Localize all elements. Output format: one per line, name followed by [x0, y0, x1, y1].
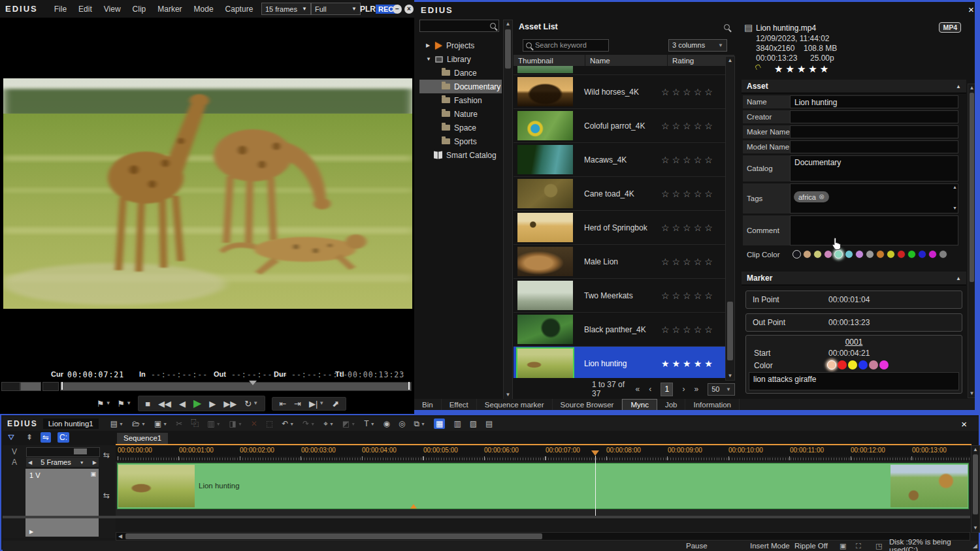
- search-icon[interactable]: [724, 24, 730, 30]
- seek-bar[interactable]: [60, 382, 412, 391]
- clip-color-swatch[interactable]: [897, 250, 906, 259]
- menu-file[interactable]: File: [48, 5, 73, 14]
- asset-row-meerkats[interactable]: Two Meerkats ☆☆☆☆☆: [514, 279, 735, 313]
- marker-card[interactable]: 0001 Start 00:00:04:21 Color lion attack…: [745, 335, 962, 394]
- asset-row-wild-horses[interactable]: Wild horses_4K ☆☆☆☆☆: [514, 75, 735, 109]
- creator-field[interactable]: [790, 110, 958, 123]
- tree-item-fashion[interactable]: Fashion: [419, 93, 502, 107]
- track-mini-scrollbar[interactable]: [26, 447, 100, 457]
- model-field[interactable]: [790, 140, 958, 153]
- current-page[interactable]: 1: [661, 383, 673, 396]
- tree-item-library[interactable]: ▼ Library: [419, 52, 502, 66]
- maker-field[interactable]: [790, 125, 958, 138]
- tab-information[interactable]: Information: [685, 399, 740, 410]
- shuttle-handle[interactable]: [20, 382, 41, 391]
- loop-button[interactable]: ↻▼: [244, 400, 258, 408]
- rating-stars[interactable]: ☆☆☆☆☆: [661, 75, 715, 108]
- asset-row-parrot[interactable]: Coloful parrot_4K ☆☆☆☆☆: [514, 109, 735, 143]
- marker-section-header[interactable]: Marker ▲: [742, 272, 966, 285]
- replace-button[interactable]: ◨▼: [229, 420, 242, 428]
- rating-stars[interactable]: ★★★★★: [661, 347, 715, 378]
- track-lock-icon[interactable]: ▣: [90, 471, 96, 477]
- clip-color-swatch[interactable]: [845, 250, 853, 259]
- tree-search-input[interactable]: [419, 20, 499, 32]
- marker-color-swatch[interactable]: [879, 360, 889, 370]
- marker-color-swatch[interactable]: [838, 360, 847, 370]
- rewind-button[interactable]: ◀◀: [158, 400, 171, 408]
- asset-row-partial[interactable]: [514, 66, 735, 75]
- tree-item-sports[interactable]: Sports: [419, 134, 502, 148]
- stop-button[interactable]: ■: [145, 400, 150, 408]
- scroll-thumb[interactable]: [970, 93, 974, 282]
- clip-color-swatch[interactable]: [918, 250, 926, 259]
- voiceover-button[interactable]: ◎: [399, 420, 405, 428]
- page-size-select[interactable]: 50▼: [708, 383, 735, 396]
- first-page-button[interactable]: «: [635, 385, 640, 394]
- frames-selector[interactable]: ◀ 5 Frames ▼ ▶: [26, 458, 99, 467]
- tree-item-documentary[interactable]: Documentary: [419, 80, 502, 93]
- tree-item-dance[interactable]: Dance: [419, 66, 502, 80]
- status-panel-icon[interactable]: ▣: [840, 542, 846, 550]
- fast-forward-button[interactable]: ▶▶: [223, 400, 237, 408]
- paste-button[interactable]: ▥▼: [207, 420, 220, 428]
- rating-stars[interactable]: ☆☆☆☆☆: [661, 211, 715, 244]
- tab-bin[interactable]: Bin: [414, 399, 442, 410]
- tree-item-nature[interactable]: Nature: [419, 107, 502, 121]
- tag-pill[interactable]: africa ⊗: [794, 191, 829, 202]
- rating-stars[interactable]: ☆☆☆☆☆: [661, 143, 715, 176]
- timeline-close-icon[interactable]: ×: [961, 418, 967, 430]
- snapshot-button[interactable]: ◉: [384, 420, 390, 428]
- tree-item-smart-catalog[interactable]: Smart Catalog: [419, 148, 502, 162]
- arrow-left-icon[interactable]: ◀: [28, 460, 32, 465]
- zoom-select[interactable]: Full▼: [311, 3, 361, 15]
- status-window-icon[interactable]: ◳: [875, 542, 882, 550]
- marker-id[interactable]: 0001: [845, 338, 863, 347]
- track-patch-icon[interactable]: ⛛: [8, 433, 14, 441]
- timeline-vscrollbar[interactable]: ▲ ▼: [971, 445, 980, 533]
- menu-clip[interactable]: Clip: [127, 5, 152, 14]
- asset-row-lion-hunting-selected[interactable]: Lion hunting ★★★★★: [514, 347, 735, 378]
- scroll-thumb[interactable]: [973, 454, 978, 514]
- sync-mode-button[interactable]: ⇋: [41, 432, 51, 443]
- scroll-up-icon[interactable]: ▲: [726, 57, 734, 65]
- tab-mync[interactable]: Mync: [622, 399, 657, 410]
- tab-job[interactable]: Job: [657, 399, 686, 410]
- menu-mode[interactable]: Mode: [188, 5, 220, 14]
- tree-item-space[interactable]: Space: [419, 121, 502, 134]
- asset-row-cane-toad[interactable]: Cane toad_4K ☆☆☆☆☆: [514, 177, 735, 211]
- next-page-button[interactable]: ›: [682, 385, 685, 394]
- track-height-icon[interactable]: ⇞: [26, 433, 33, 441]
- clip-color-swatch[interactable]: [866, 250, 874, 259]
- step-forward-button[interactable]: ▶: [209, 400, 216, 408]
- clip-color-swatch[interactable]: [887, 250, 895, 259]
- list-scrollbar[interactable]: ▲ ▼: [725, 56, 735, 381]
- asset-row-male-lion[interactable]: Male Lion ☆☆☆☆☆: [514, 245, 735, 279]
- playhead-line[interactable]: [595, 456, 596, 516]
- play-around-button[interactable]: ▶|▼: [309, 400, 324, 408]
- tags-scroll-down-icon[interactable]: ▼: [953, 206, 957, 210]
- menu-view[interactable]: View: [98, 5, 127, 14]
- undo-button[interactable]: ↶▼: [282, 420, 294, 428]
- rating-stars[interactable]: ☆☆☆☆☆: [661, 245, 715, 278]
- insert-mode-status[interactable]: Insert Mode: [750, 542, 790, 550]
- clip-color-swatch[interactable]: [876, 250, 885, 259]
- layout-panel-button[interactable]: ▤: [485, 420, 493, 428]
- track-header-1v[interactable]: 1 V ▣ ▶: [25, 469, 99, 537]
- clip-color-swatch[interactable]: [792, 250, 801, 259]
- playhead-handle[interactable]: [591, 450, 599, 456]
- set-marker-button[interactable]: ⌖▼: [323, 420, 334, 428]
- rating-stars[interactable]: ☆☆☆☆☆: [661, 109, 715, 142]
- collapse-icon[interactable]: ▲: [956, 276, 961, 281]
- column-header-thumbnail[interactable]: Thumbnail: [514, 55, 585, 66]
- track-expand-icon[interactable]: ▶: [29, 529, 33, 535]
- rating-stars[interactable]: ☆☆☆☆☆: [661, 177, 715, 210]
- menu-capture[interactable]: Capture: [220, 5, 259, 14]
- scroll-down-icon[interactable]: ▼: [726, 372, 734, 380]
- marker-color-swatch[interactable]: [848, 360, 857, 370]
- clip-marker-icon[interactable]: [410, 504, 417, 509]
- goto-out-button[interactable]: ⇥: [294, 400, 301, 408]
- comment-field[interactable]: [790, 215, 958, 245]
- chevron-down-icon[interactable]: ▼: [80, 460, 84, 465]
- title-tool-button[interactable]: T▼: [364, 420, 374, 428]
- timeline-panel-button[interactable]: ▦: [434, 418, 445, 429]
